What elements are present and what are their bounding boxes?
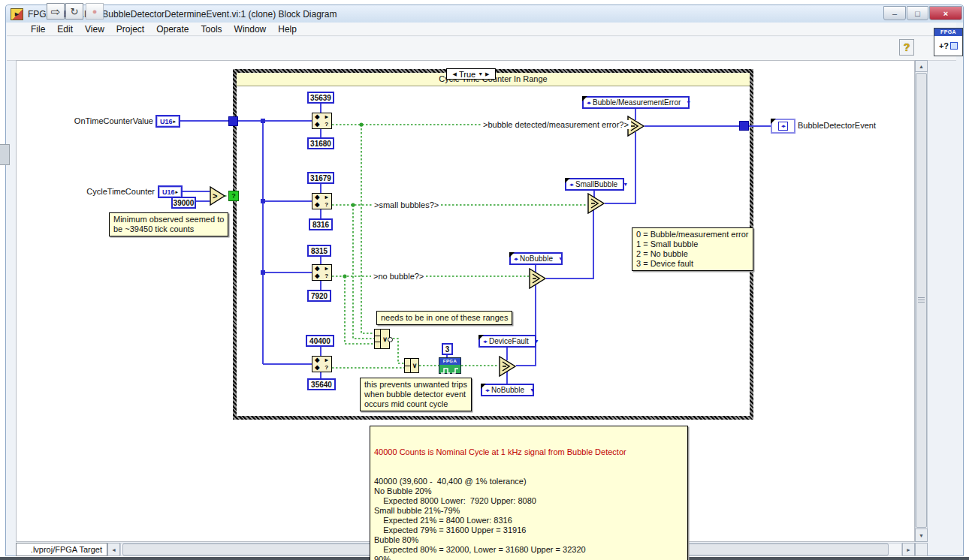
comment-event-codes[interactable]: 0 = Bubble/measurement error 1 = Small b… [632, 227, 753, 271]
run-continuous-button[interactable]: ↻ [65, 3, 83, 20]
menu-help[interactable]: Help [272, 24, 303, 35]
diamond-icon: ◆ [315, 357, 319, 363]
arrow-icon: ▸ [325, 114, 328, 120]
comment-min-observed[interactable]: Minimum observed seemed to be ~39450 tic… [109, 212, 228, 236]
scroll-left-button[interactable]: ◄ [107, 543, 120, 556]
menu-project[interactable]: Project [110, 24, 150, 35]
scroll-down-button[interactable]: ▼ [915, 528, 928, 542]
left-arrow-icon: ◄ [111, 547, 116, 552]
enum-no-bubble-lower[interactable]: ◂▸ NoBubble ▼ [481, 384, 534, 396]
bubble-detector-event-label: BubbleDetectorEvent [798, 121, 876, 130]
comment-prevents-note[interactable]: this prevents unwanted trips when bubble… [360, 378, 472, 411]
constant-39000[interactable]: 39000 [171, 197, 196, 209]
enum-no-bubble-upper[interactable]: ◂▸ NoBubble ▼ [509, 252, 563, 265]
scroll-up-button[interactable]: ▲ [915, 60, 928, 72]
menu-operate[interactable]: Operate [150, 24, 195, 35]
enum-bubble-measurement-error[interactable]: ◂▸ Bubble/MeasurementError ▼ [582, 96, 690, 109]
constant-3[interactable]: 3 [442, 343, 453, 355]
or-node[interactable]: ∨ [404, 358, 419, 373]
vertical-scrollbar-thumb[interactable] [916, 73, 927, 528]
bubble-detector-event-terminal[interactable]: ◂▸ [771, 119, 795, 134]
dropdown-icon: ▼ [527, 387, 535, 393]
titlebar: ▶ FPGA subVIs.lvlib:BubbleDetectorDeterm… [6, 5, 963, 23]
enum-icon: ◂▸ [483, 339, 487, 345]
constant-35639[interactable]: 35639 [307, 92, 334, 104]
wire-label-no-bubble[interactable]: >no bubble?> [371, 272, 426, 281]
wire-label-small-bubbles[interactable]: >small bubbles?> [372, 200, 441, 209]
vi-icon[interactable]: FPGA +? [934, 28, 963, 56]
select-node-no-bubble[interactable] [529, 268, 547, 290]
enum-value: SmallBubble [575, 180, 617, 188]
enum-device-fault[interactable]: ◂▸ DeviceFault ▼ [478, 335, 536, 348]
constant-7920[interactable]: 7920 [307, 290, 331, 302]
in-range-node-bubble[interactable]: ◆▸ ◆? [312, 113, 332, 129]
diamond-icon: ◆ [315, 202, 319, 208]
comment-nominal-body: 40000 (39,600 - 40,400 @ 1% tolerance) N… [374, 477, 684, 560]
comment-nominal-cycle[interactable]: 40000 Counts is Nominal Cycle at 1 kHz s… [370, 426, 688, 560]
case-dropdown-icon[interactable]: ▼ [478, 71, 483, 77]
wire-label-bubble[interactable]: >bubble detected/measurement error?> [481, 120, 631, 129]
on-time-counter-terminal[interactable]: U16 ▸ [155, 115, 180, 128]
menu-window[interactable]: Window [228, 24, 273, 35]
terminal-type: U16 [162, 188, 175, 196]
constant-35640[interactable]: 35640 [307, 378, 336, 390]
terminal-arrow-icon: ▸ [174, 119, 177, 125]
menu-view[interactable]: View [79, 24, 110, 35]
close-button[interactable]: × [929, 6, 962, 20]
select-node-small-bubble[interactable] [587, 193, 605, 215]
case-selector[interactable]: ◀ True ▼ ▶ [446, 68, 496, 80]
diamond-icon: ◆ [315, 266, 319, 272]
menu-tools[interactable]: Tools [195, 24, 228, 35]
scroll-right-button[interactable]: ► [902, 543, 915, 556]
comment-ranges-note[interactable]: needs to be in one of these ranges [376, 311, 512, 325]
greater-than-node[interactable]: > [210, 186, 226, 206]
menu-file[interactable]: File [25, 24, 51, 35]
run-button[interactable]: ⇨ [47, 3, 65, 20]
vi-icon-chip [950, 42, 958, 50]
case-prev-icon[interactable]: ◀ [453, 71, 457, 77]
right-arrow-icon: ► [906, 547, 911, 552]
maximize-icon: □ [915, 9, 920, 18]
waveform-icon [439, 366, 460, 375]
enum-small-bubble[interactable]: ◂▸ SmallBubble ▼ [565, 178, 624, 191]
up-arrow-icon: ▲ [919, 64, 924, 69]
output-tunnel[interactable] [739, 121, 749, 131]
constant-31680[interactable]: 31680 [307, 137, 334, 149]
context-help-button[interactable]: ? [899, 39, 914, 56]
abort-icon: ● [92, 8, 98, 16]
dropdown-icon: ▼ [620, 182, 628, 187]
diamond-icon: ◆ [315, 194, 319, 200]
minimize-button[interactable]: – [883, 6, 906, 20]
minimize-icon: – [892, 9, 897, 18]
constant-31679[interactable]: 31679 [307, 172, 334, 184]
constant-8316[interactable]: 8316 [309, 218, 333, 230]
in-range-node-no-bubble[interactable]: ◆▸ ◆? [312, 264, 332, 281]
constant-40400[interactable]: 40400 [306, 335, 334, 347]
input-tunnel[interactable] [228, 116, 238, 126]
abort-button[interactable]: ● [86, 3, 104, 20]
arrow-icon: ▸ [325, 194, 328, 200]
question-icon: ? [325, 202, 328, 208]
maximize-button[interactable]: □ [907, 6, 928, 20]
case-next-icon[interactable]: ▶ [485, 71, 489, 77]
scrollbar-grip [918, 297, 925, 303]
case-selector-tunnel[interactable]: ? [228, 191, 239, 201]
fpga-node-header: FPGA [439, 358, 460, 365]
down-arrow-icon: ▼ [919, 533, 924, 538]
enum-icon: ◂▸ [587, 100, 590, 106]
question-icon: ? [325, 273, 328, 279]
fpga-boolean-node[interactable]: FPGA [439, 357, 461, 374]
labview-icon: ▶ [11, 8, 23, 20]
or-compound-node[interactable]: ∨ [374, 329, 390, 349]
in-range-node-small-bubble[interactable]: ◆▸ ◆? [312, 193, 332, 209]
case-selector-value[interactable]: True [459, 70, 475, 79]
constant-8315[interactable]: 8315 [307, 245, 331, 257]
in-range-node-device-fault[interactable]: ◆▸ ◆? [312, 356, 332, 372]
select-node-device-fault[interactable] [499, 356, 517, 378]
context-tab[interactable]: .lvproj/FPGA Target [16, 543, 107, 556]
diamond-icon: ◆ [315, 114, 319, 120]
menu-edit[interactable]: Edit [51, 24, 79, 35]
run-icon: ⇨ [51, 6, 61, 17]
dropdown-icon: ▼ [531, 339, 539, 344]
vi-icon-body: +? [934, 36, 962, 56]
